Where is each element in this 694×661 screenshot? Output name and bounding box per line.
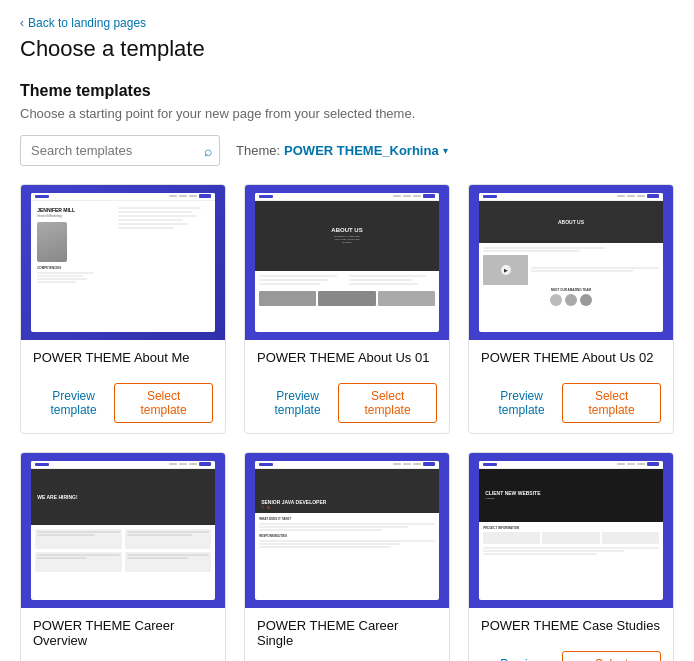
template-preview: JENNIFER MILL Head of Marketing COMPETEN… xyxy=(21,185,225,340)
tmpl2-body xyxy=(255,271,439,291)
back-link-label: Back to landing pages xyxy=(28,16,146,30)
template-info: POWER THEME About Me xyxy=(21,340,225,383)
template-card: CLIENT NEW WEBSITE Preview PROJECT INFOR… xyxy=(468,452,674,661)
template-actions: Preview template Select template xyxy=(469,383,673,433)
tmpl2-hero: ABOUT US EXPERTLY CREATEDTO MAKE YOUR LI… xyxy=(255,201,439,271)
template-card: JENNIFER MILL Head of Marketing COMPETEN… xyxy=(20,184,226,434)
page-title: Choose a template xyxy=(20,36,674,62)
nav-logo xyxy=(259,195,273,198)
template-preview: WE ARE HIRING! xyxy=(21,453,225,608)
nav-logo xyxy=(259,463,273,466)
template-preview: CLIENT NEW WEBSITE Preview PROJECT INFOR… xyxy=(469,453,673,608)
preview-navbar xyxy=(31,193,215,201)
preview-button[interactable]: Preview template xyxy=(481,389,562,417)
tmpl2-hero-text: ABOUT US EXPERTLY CREATEDTO MAKE YOUR LI… xyxy=(331,227,362,244)
template-actions: Preview template Select template xyxy=(469,651,673,661)
theme-selector[interactable]: Theme: POWER THEME_Korhina ▾ xyxy=(236,143,448,158)
back-arrow-icon: ‹ xyxy=(20,16,24,30)
template-name: POWER THEME About Us 02 xyxy=(481,350,661,365)
template-card: ABOUT US EXPERTLY CREATEDTO MAKE YOUR LI… xyxy=(244,184,450,434)
preview-navbar xyxy=(255,193,439,201)
toolbar: ⌕ Theme: POWER THEME_Korhina ▾ xyxy=(20,135,674,166)
select-button[interactable]: Select template xyxy=(562,651,661,661)
section-subtitle: Choose a starting point for your new pag… xyxy=(20,106,674,121)
select-button[interactable]: Select template xyxy=(114,383,213,423)
template-name: POWER THEME About Us 01 xyxy=(257,350,437,365)
template-actions: Preview template Select template xyxy=(245,383,449,433)
preview-inner: ABOUT US ▶ xyxy=(479,193,663,333)
search-wrapper: ⌕ xyxy=(20,135,220,166)
template-card: ABOUT US ▶ xyxy=(468,184,674,434)
template-preview: ABOUT US EXPERTLY CREATEDTO MAKE YOUR LI… xyxy=(245,185,449,340)
tmpl3-body: ▶ MEET OUR AMAZING TEAM xyxy=(479,243,663,310)
tmpl6-body: PROJECT INFORMATION xyxy=(479,522,663,559)
back-link[interactable]: ‹ Back to landing pages xyxy=(20,16,674,30)
tmpl5-hero: SENIOR JAVA DEVELOPER 📍 💼 xyxy=(255,469,439,514)
chevron-down-icon: ▾ xyxy=(443,145,448,156)
select-button[interactable]: Select template xyxy=(562,383,661,423)
template-info: POWER THEME Career Overview xyxy=(21,608,225,661)
preview-inner: SENIOR JAVA DEVELOPER 📍 💼 WHAT DOES IT T… xyxy=(255,461,439,601)
template-name: POWER THEME Case Studies xyxy=(481,618,661,633)
template-name: POWER THEME About Me xyxy=(33,350,213,365)
preview-navbar xyxy=(31,461,215,469)
template-card: WE ARE HIRING! xyxy=(20,452,226,661)
preview-navbar xyxy=(479,461,663,469)
preview-inner: WE ARE HIRING! xyxy=(31,461,215,601)
search-input[interactable] xyxy=(20,135,220,166)
page-container: ‹ Back to landing pages Choose a templat… xyxy=(0,0,694,661)
tmpl5-body: WHAT DOES IT TAKE? RESPONSIBILITIES xyxy=(255,513,439,553)
nav-logo xyxy=(35,195,49,198)
tmpl2-imgs xyxy=(255,291,439,310)
template-name: POWER THEME Career Overview xyxy=(33,618,213,648)
tmpl3-hero: ABOUT US xyxy=(479,201,663,243)
template-info: POWER THEME About Us 01 xyxy=(245,340,449,383)
preview-button[interactable]: Preview template xyxy=(33,389,114,417)
nav-logo xyxy=(483,195,497,198)
template-preview: SENIOR JAVA DEVELOPER 📍 💼 WHAT DOES IT T… xyxy=(245,453,449,608)
nav-btn xyxy=(423,194,435,198)
theme-label: Theme: xyxy=(236,143,280,158)
theme-name: POWER THEME_Korhina xyxy=(284,143,439,158)
nav-btn xyxy=(647,194,659,198)
tmpl4-grid xyxy=(31,525,215,576)
template-info: POWER THEME Case Studies xyxy=(469,608,673,651)
templates-grid: JENNIFER MILL Head of Marketing COMPETEN… xyxy=(20,184,674,661)
nav-logo xyxy=(483,463,497,466)
template-actions: Preview template Select template xyxy=(21,383,225,433)
select-button[interactable]: Select template xyxy=(338,383,437,423)
preview-button[interactable]: Preview template xyxy=(257,389,338,417)
tmpl1-body: JENNIFER MILL Head of Marketing COMPETEN… xyxy=(31,201,215,333)
template-info: POWER THEME About Us 02 xyxy=(469,340,673,383)
preview-navbar xyxy=(255,461,439,469)
nav-btn xyxy=(647,462,659,466)
preview-inner: CLIENT NEW WEBSITE Preview PROJECT INFOR… xyxy=(479,461,663,601)
search-icon: ⌕ xyxy=(204,143,212,159)
template-card: SENIOR JAVA DEVELOPER 📍 💼 WHAT DOES IT T… xyxy=(244,452,450,661)
template-preview: ABOUT US ▶ xyxy=(469,185,673,340)
section-title: Theme templates xyxy=(20,82,674,100)
preview-inner: JENNIFER MILL Head of Marketing COMPETEN… xyxy=(31,193,215,333)
preview-button[interactable]: Preview template xyxy=(481,657,562,661)
nav-logo xyxy=(35,463,49,466)
nav-btn xyxy=(199,194,211,198)
nav-btn xyxy=(423,462,435,466)
template-name: POWER THEME Career Single xyxy=(257,618,437,648)
nav-btn xyxy=(199,462,211,466)
tmpl6-hero: CLIENT NEW WEBSITE Preview xyxy=(479,469,663,522)
tmpl4-hero: WE ARE HIRING! xyxy=(31,469,215,525)
preview-navbar xyxy=(479,193,663,201)
template-info: POWER THEME Career Single xyxy=(245,608,449,661)
preview-inner: ABOUT US EXPERTLY CREATEDTO MAKE YOUR LI… xyxy=(255,193,439,333)
